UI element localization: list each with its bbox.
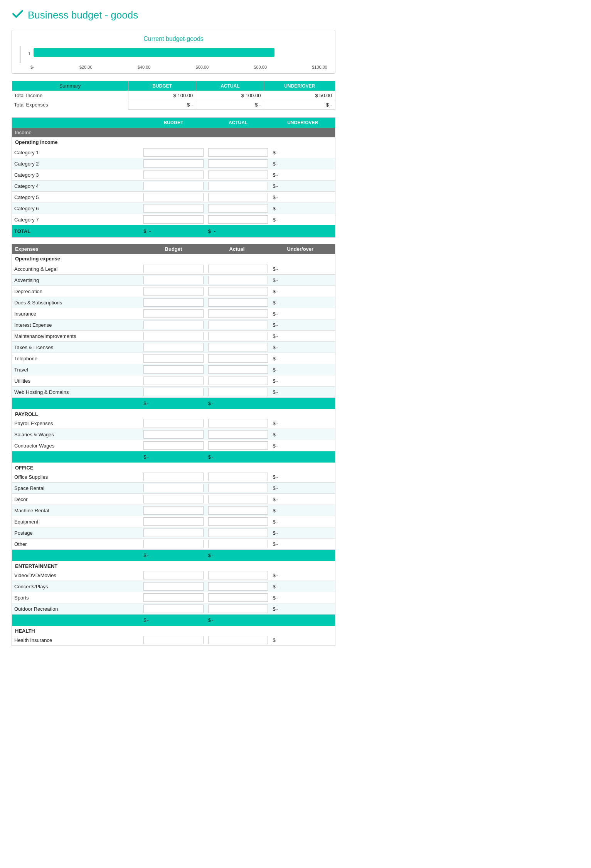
health-insurance-label: Health Insurance (12, 636, 141, 644)
op9-budget[interactable] (143, 365, 204, 374)
op2-actual[interactable] (208, 287, 268, 296)
office-label: Space Rental (12, 484, 141, 492)
of2-budget[interactable] (143, 495, 204, 503)
of5-budget[interactable] (143, 529, 204, 537)
cat7-actual-input[interactable] (208, 215, 268, 224)
he0-actual[interactable] (208, 636, 268, 644)
of6-budget[interactable] (143, 540, 204, 548)
en2-budget[interactable] (143, 593, 204, 602)
entertainment-label: Concerts/Plays (12, 583, 141, 591)
op10-actual[interactable] (208, 377, 268, 385)
op7-budget[interactable] (143, 343, 204, 351)
expense-label: Accounting & Legal (12, 265, 141, 273)
op2-budget[interactable] (143, 287, 204, 296)
cat5-actual-input[interactable] (208, 193, 268, 201)
pr1-actual[interactable] (208, 430, 268, 439)
office-label: Machine Rental (12, 507, 141, 515)
op1-budget[interactable] (143, 276, 204, 284)
health-row: Health Insurance $ (12, 635, 335, 646)
cat6-label: Category 6 (12, 204, 141, 213)
op6-actual[interactable] (208, 332, 268, 340)
expense-row: Depreciation $- (12, 286, 335, 297)
cat4-budget-input[interactable] (143, 182, 204, 190)
summary-row-income: Total Income $ 100.00 $ 100.00 $ 50.00 (12, 91, 335, 100)
of4-budget[interactable] (143, 517, 204, 526)
en1-actual[interactable] (208, 582, 268, 591)
expense-label: Advertising (12, 276, 141, 284)
of1-budget[interactable] (143, 484, 204, 492)
cat7-budget-input[interactable] (143, 215, 204, 224)
chart-axis: $- $20.00 $40.00 $60.00 $80.00 $100.00 (20, 65, 327, 69)
cat7-label: Category 7 (12, 216, 141, 224)
en0-actual[interactable] (208, 571, 268, 579)
he0-budget[interactable] (143, 636, 204, 644)
op9-actual[interactable] (208, 365, 268, 374)
pr2-budget[interactable] (143, 441, 204, 450)
contractor-wages-label: Contractor Wages (12, 442, 141, 450)
entertainment-row: Concerts/Plays $- (12, 581, 335, 592)
entertainment-row: Sports $- (12, 592, 335, 603)
op3-actual[interactable] (208, 298, 268, 307)
office-row: Machine Rental $- (12, 505, 335, 516)
of6-actual[interactable] (208, 540, 268, 548)
pr2-actual[interactable] (208, 441, 268, 450)
cat2-budget-input[interactable] (143, 159, 204, 168)
of4-actual[interactable] (208, 517, 268, 526)
cat3-budget-input[interactable] (143, 171, 204, 179)
axis-label-3: $60.00 (196, 65, 209, 69)
op11-budget[interactable] (143, 388, 204, 396)
of1-actual[interactable] (208, 484, 268, 492)
op11-actual[interactable] (208, 388, 268, 396)
op4-actual[interactable] (208, 309, 268, 318)
op3-budget[interactable] (143, 298, 204, 307)
pr0-budget[interactable] (143, 419, 204, 427)
of2-actual[interactable] (208, 495, 268, 503)
expense-label: Maintenance/Improvements (12, 332, 141, 340)
income-cat-2: Category 2 $- (12, 158, 335, 169)
en0-budget[interactable] (143, 571, 204, 579)
en2-actual[interactable] (208, 593, 268, 602)
of5-actual[interactable] (208, 529, 268, 537)
expense-row: Dues & Subscriptions $- (12, 297, 335, 308)
op0-actual[interactable] (208, 265, 268, 273)
cat2-actual-input[interactable] (208, 159, 268, 168)
op4-budget[interactable] (143, 309, 204, 318)
op8-actual[interactable] (208, 354, 268, 363)
income-table: BUDGET ACTUAL UNDER/OVER Income Operatin… (12, 117, 335, 238)
cat7-underover: $- (270, 216, 335, 224)
of3-actual[interactable] (208, 506, 268, 515)
expense-row: Taxes & Licenses $- (12, 342, 335, 353)
op7-actual[interactable] (208, 343, 268, 351)
en3-actual[interactable] (208, 605, 268, 613)
cat1-actual-input[interactable] (208, 148, 268, 157)
of0-budget[interactable] (143, 473, 204, 481)
pr0-actual[interactable] (208, 419, 268, 427)
op-subtotal-actual: $- (206, 399, 271, 407)
expense-label: Utilities (12, 377, 141, 385)
cat5-budget-input[interactable] (143, 193, 204, 201)
en1-budget[interactable] (143, 582, 204, 591)
income-total-budget: $ - (141, 227, 206, 235)
op0-budget[interactable] (143, 265, 204, 273)
op8-budget[interactable] (143, 354, 204, 363)
cat3-actual-input[interactable] (208, 171, 268, 179)
en3-budget[interactable] (143, 605, 204, 613)
op1-actual[interactable] (208, 276, 268, 284)
cat1-budget-input[interactable] (143, 148, 204, 157)
of0-actual[interactable] (208, 473, 268, 481)
income-cat-7: Category 7 $- (12, 214, 335, 225)
op6-budget[interactable] (143, 332, 204, 340)
cat4-actual-input[interactable] (208, 182, 268, 190)
op5-budget[interactable] (143, 321, 204, 329)
op10-budget[interactable] (143, 377, 204, 385)
of3-budget[interactable] (143, 506, 204, 515)
entertainment-row: Video/DVD/Movies $- (12, 570, 335, 581)
cat6-actual-input[interactable] (208, 204, 268, 213)
chart-bar (34, 48, 274, 57)
income-cat-3: Category 3 $- (12, 169, 335, 181)
expense-row: Telephone $- (12, 353, 335, 364)
pr1-budget[interactable] (143, 430, 204, 439)
op5-actual[interactable] (208, 321, 268, 329)
expense-row: Interest Expense $- (12, 319, 335, 331)
cat6-budget-input[interactable] (143, 204, 204, 213)
